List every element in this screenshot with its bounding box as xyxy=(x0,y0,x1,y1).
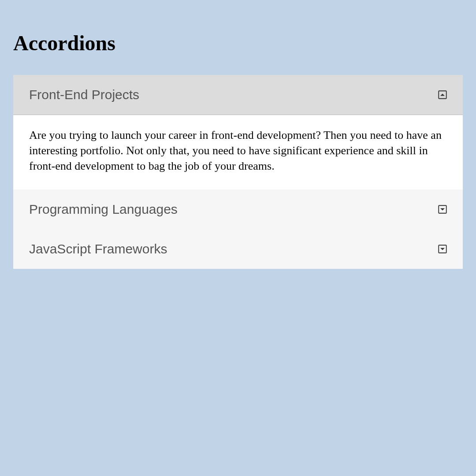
accordion-header-programming-languages[interactable]: Programming Languages xyxy=(13,190,463,229)
accordion-content-text: Are you trying to launch your career in … xyxy=(29,127,447,174)
accordion: Front-End Projects Are you trying to lau… xyxy=(13,75,463,269)
accordion-item-programming-languages: Programming Languages xyxy=(13,190,463,229)
page-title: Accordions xyxy=(13,31,463,55)
accordion-title: Programming Languages xyxy=(29,202,178,217)
accordion-content-front-end-projects: Are you trying to launch your career in … xyxy=(13,115,463,190)
caret-down-icon xyxy=(438,245,447,253)
accordion-header-front-end-projects[interactable]: Front-End Projects xyxy=(13,75,463,115)
caret-up-icon xyxy=(438,90,447,99)
accordion-item-front-end-projects: Front-End Projects Are you trying to lau… xyxy=(13,75,463,190)
accordion-header-javascript-frameworks[interactable]: JavaScript Frameworks xyxy=(13,229,463,269)
main-container: Accordions Front-End Projects Are you tr… xyxy=(13,31,463,269)
caret-down-icon xyxy=(438,205,447,214)
accordion-title: Front-End Projects xyxy=(29,87,139,102)
accordion-item-javascript-frameworks: JavaScript Frameworks xyxy=(13,229,463,269)
accordion-title: JavaScript Frameworks xyxy=(29,242,167,257)
